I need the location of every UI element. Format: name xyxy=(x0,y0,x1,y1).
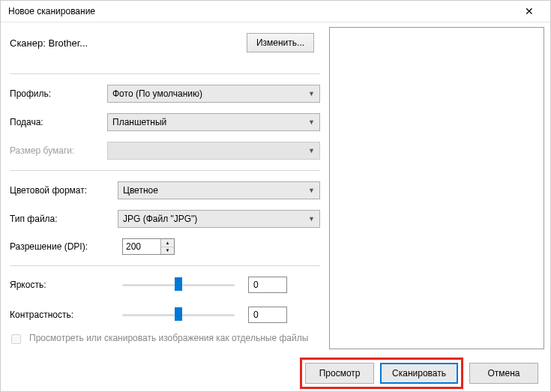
profile-select[interactable]: Фото (По умолчанию) ▼ xyxy=(107,85,320,103)
settings-panel: Сканер: Brother... Изменить... Профиль: … xyxy=(1,22,329,354)
separate-files-row: Просмотреть или сканировать изображения … xyxy=(8,333,320,346)
dpi-spin-buttons[interactable]: ▲ ▼ xyxy=(160,239,174,254)
feed-value: Планшетный xyxy=(112,117,166,127)
paper-row: Размер бумаги: ▼ xyxy=(10,142,320,160)
preview-button[interactable]: Просмотр xyxy=(305,363,374,384)
contrast-value[interactable]: 0 xyxy=(248,307,287,323)
spin-down-icon[interactable]: ▼ xyxy=(161,247,174,255)
preview-panel xyxy=(329,22,550,354)
contrast-label: Контрастность: xyxy=(10,310,122,320)
dpi-input[interactable] xyxy=(123,239,160,254)
filetype-value: JPG (Файл "JPG") xyxy=(123,214,197,224)
dpi-spinner[interactable]: ▲ ▼ xyxy=(122,238,175,255)
slider-thumb[interactable] xyxy=(175,277,182,291)
chevron-down-icon: ▼ xyxy=(308,187,315,194)
scanner-label: Сканер: Brother... xyxy=(10,37,88,49)
separate-files-checkbox xyxy=(11,334,21,344)
close-icon[interactable]: ✕ xyxy=(514,1,544,22)
scan-button[interactable]: Сканировать xyxy=(380,363,458,384)
window-title: Новое сканирование xyxy=(8,6,514,16)
spin-up-icon[interactable]: ▲ xyxy=(161,239,174,247)
format-group: Цветовой формат: Цветное ▼ Тип файла: xyxy=(10,181,320,265)
filetype-select[interactable]: JPG (Файл "JPG") ▼ xyxy=(118,210,320,228)
feed-select[interactable]: Планшетный ▼ xyxy=(107,113,320,131)
titlebar: Новое сканирование ✕ xyxy=(1,1,550,22)
filetype-label: Тип файла: xyxy=(10,214,118,224)
chevron-down-icon: ▼ xyxy=(308,118,315,126)
profile-row: Профиль: Фото (По умолчанию) ▼ xyxy=(10,85,320,103)
contrast-row: Контрастность: 0 xyxy=(10,307,320,323)
content: Сканер: Brother... Изменить... Профиль: … xyxy=(1,22,550,392)
change-scanner-button[interactable]: Изменить... xyxy=(247,33,314,52)
paper-select: ▼ xyxy=(107,142,320,160)
separator xyxy=(10,73,320,74)
chevron-down-icon: ▼ xyxy=(308,147,315,154)
contrast-slider[interactable] xyxy=(122,307,235,323)
colorfmt-select[interactable]: Цветное ▼ xyxy=(118,181,320,199)
separator xyxy=(10,170,320,171)
feed-label: Подача: xyxy=(10,117,107,127)
highlight-annotation: Просмотр Сканировать xyxy=(300,358,463,389)
brightness-value[interactable]: 0 xyxy=(248,277,287,293)
scan-dialog: Новое сканирование ✕ Сканер: Brother... … xyxy=(0,0,551,392)
brightness-row: Яркость: 0 xyxy=(10,277,320,293)
preview-area xyxy=(329,27,544,349)
filetype-row: Тип файла: JPG (Файл "JPG") ▼ xyxy=(10,210,320,228)
profile-value: Фото (По умолчанию) xyxy=(112,88,202,99)
scanner-row: Сканер: Brother... Изменить... xyxy=(10,33,320,52)
brightness-label: Яркость: xyxy=(10,280,122,290)
colorfmt-row: Цветовой формат: Цветное ▼ xyxy=(10,181,320,199)
brightness-slider[interactable] xyxy=(122,277,235,293)
chevron-down-icon: ▼ xyxy=(308,215,315,223)
colorfmt-value: Цветное xyxy=(123,185,158,196)
cancel-button[interactable]: Отмена xyxy=(469,363,538,384)
main-area: Сканер: Brother... Изменить... Профиль: … xyxy=(1,22,550,354)
footer: Просмотр Сканировать Отмена xyxy=(1,354,550,392)
dpi-row: Разрешение (DPI): ▲ ▼ xyxy=(10,238,320,255)
profile-label: Профиль: xyxy=(10,88,107,99)
slider-thumb[interactable] xyxy=(175,307,182,321)
paper-label: Размер бумаги: xyxy=(10,145,107,156)
dpi-label: Разрешение (DPI): xyxy=(10,241,122,252)
separator xyxy=(10,265,320,266)
colorfmt-label: Цветовой формат: xyxy=(10,185,118,196)
separate-files-label: Просмотреть или сканировать изображения … xyxy=(29,333,308,345)
chevron-down-icon: ▼ xyxy=(308,90,315,97)
feed-row: Подача: Планшетный ▼ xyxy=(10,113,320,131)
